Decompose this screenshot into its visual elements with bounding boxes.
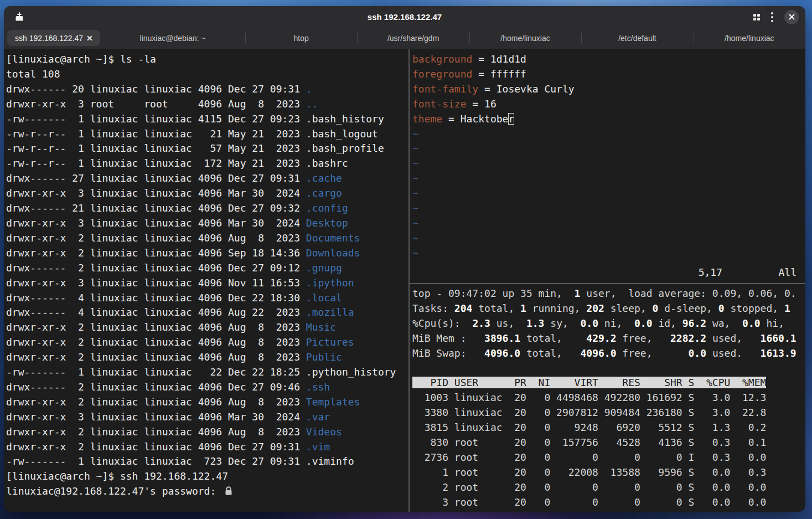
process-row: 3380 linuxiac 20 0 2907812 909484 236180… bbox=[412, 405, 805, 420]
terminal-line: [linuxiac@arch ~]$ ssh 192.168.122.47 bbox=[6, 469, 408, 484]
process-row: 1 root 20 0 22008 13588 9596 S 0.0 0.3 bbox=[412, 465, 805, 480]
terminal-line: drwx------ 2 linuxiac linuxiac 4096 Dec … bbox=[6, 380, 408, 395]
tab-label: /etc/default bbox=[618, 34, 656, 43]
top-summary-line: MiB Swap: 4096.0 total, 4096.0 free, 0.0… bbox=[412, 346, 805, 361]
close-icon bbox=[789, 14, 795, 20]
process-row: 2736 root 20 0 0 0 0 I 0.3 0.0 bbox=[412, 450, 805, 465]
menu-button[interactable] bbox=[771, 12, 773, 22]
tab[interactable]: /home/linuxiac bbox=[469, 28, 581, 49]
tab[interactable]: /etc/default bbox=[581, 28, 693, 49]
menu-kebab-icon bbox=[771, 12, 773, 22]
terminal-line: -rw-r--r-- 1 linuxiac linuxiac 21 May 21… bbox=[6, 127, 408, 142]
tab[interactable]: linuxiac@debian: ~ bbox=[100, 28, 245, 49]
vim-tilde-line: ~ bbox=[412, 246, 805, 261]
tab-label: /home/linuxiac bbox=[725, 34, 774, 43]
process-table-header: PID USER PR NI VIRT RES SHR S %CPU %MEM bbox=[412, 376, 805, 390]
vim-tilde-line: ~ bbox=[412, 231, 805, 246]
tab-overview-button[interactable] bbox=[753, 14, 760, 20]
vim-tilde-line: ~ bbox=[412, 171, 805, 186]
tab-label: /usr/share/gdm bbox=[387, 34, 439, 43]
terminal-line: drwxr-xr-x 2 linuxiac linuxiac 4096 Dec … bbox=[6, 440, 408, 455]
terminal-line: total 108 bbox=[6, 67, 408, 82]
vim-tilde-line: ~ bbox=[412, 127, 805, 142]
tab[interactable]: /usr/share/gdm bbox=[357, 28, 469, 49]
config-line: font-family = Iosevka Curly bbox=[412, 82, 805, 97]
terminal-line: drwxr-xr-x 2 linuxiac linuxiac 4096 Aug … bbox=[6, 350, 408, 365]
config-line: theme = Hacktober bbox=[412, 112, 805, 127]
config-line: background = 1d1d1d bbox=[412, 52, 805, 67]
config-line: font-size = 16 bbox=[412, 97, 805, 112]
right-column: background = 1d1d1dforeground = fffffffo… bbox=[408, 49, 805, 512]
terminal-line: drwxr-xr-x 2 linuxiac linuxiac 4096 Aug … bbox=[6, 320, 408, 335]
terminal-content: [linuxiac@arch ~]$ ls -latotal 108drwx--… bbox=[4, 49, 805, 512]
terminal-line: -rw-r--r-- 1 linuxiac linuxiac 172 May 2… bbox=[6, 156, 408, 171]
terminal-line: -rw-r--r-- 1 linuxiac linuxiac 57 May 21… bbox=[6, 141, 408, 156]
vim-tilde-line: ~ bbox=[412, 201, 805, 216]
tab-active[interactable]: ssh 192.168.122.47✕ bbox=[7, 30, 100, 46]
top-summary-line: Tasks: 204 total, 1 running, 202 sleep, … bbox=[412, 301, 805, 316]
tab-label: htop bbox=[294, 34, 309, 43]
vim-status-line: 5,17 All bbox=[410, 266, 805, 281]
terminal-line: drwx------ 27 linuxiac linuxiac 4096 Dec… bbox=[6, 171, 408, 186]
terminal-line: drwx------ 21 linuxiac linuxiac 4096 Dec… bbox=[6, 201, 408, 216]
tab[interactable]: /home/linuxiac bbox=[694, 28, 805, 49]
close-button[interactable] bbox=[784, 10, 799, 24]
top-summary-line: top - 09:47:02 up 35 min, 1 user, load a… bbox=[412, 286, 805, 301]
top-summary-line: MiB Mem : 3896.1 total, 429.2 free, 2282… bbox=[412, 331, 805, 346]
tab-label: linuxiac@debian: ~ bbox=[140, 34, 206, 43]
vim-tilde-line: ~ bbox=[412, 186, 805, 201]
terminal-line: drwxr-xr-x 2 linuxiac linuxiac 4096 Aug … bbox=[6, 425, 408, 440]
terminal-line: drwxr-xr-x 3 linuxiac linuxiac 4096 Mar … bbox=[6, 216, 408, 231]
process-row: 3815 linuxiac 20 0 9248 6920 5512 S 1.3 … bbox=[412, 420, 805, 435]
terminal-line: -rw------- 1 linuxiac linuxiac 22 Dec 22… bbox=[6, 365, 408, 380]
terminal-line: drwxr-xr-x 2 linuxiac linuxiac 4096 Aug … bbox=[6, 395, 408, 410]
tab-label: /home/linuxiac bbox=[500, 34, 550, 43]
process-row: 1003 linuxiac 20 0 4498468 492280 161692… bbox=[412, 390, 805, 405]
terminal-line: drwxr-xr-x 3 linuxiac linuxiac 4096 Nov … bbox=[6, 276, 408, 291]
terminal-pane-ssh[interactable]: [linuxiac@arch ~]$ ls -latotal 108drwx--… bbox=[4, 49, 408, 512]
new-tab-button[interactable] bbox=[13, 11, 26, 24]
vim-tilde-line: ~ bbox=[412, 216, 805, 231]
vim-scroll-position: All bbox=[778, 266, 797, 278]
window-title: ssh 192.168.122.47 bbox=[4, 12, 805, 22]
vim-cursor: r bbox=[508, 113, 514, 125]
vim-tilde-line: ~ bbox=[412, 141, 805, 156]
tab-label: ssh 192.168.122.47 bbox=[15, 34, 83, 43]
tab-overview-icon bbox=[753, 14, 760, 20]
terminal-line: drwxr-xr-x 3 linuxiac linuxiac 4096 Mar … bbox=[6, 186, 408, 201]
tab-bar: ssh 192.168.122.47✕linuxiac@debian: ~hto… bbox=[4, 28, 805, 49]
terminal-line: drwxr-xr-x 3 linuxiac linuxiac 4096 Mar … bbox=[6, 410, 408, 425]
terminal-line: drwx------ 4 linuxiac linuxiac 4096 Dec … bbox=[6, 291, 408, 306]
vim-config-pane[interactable]: background = 1d1d1dforeground = fffffffo… bbox=[410, 49, 805, 283]
terminal-line: drwxr-xr-x 2 linuxiac linuxiac 4096 Aug … bbox=[6, 335, 408, 350]
titlebar: ssh 192.168.122.47 bbox=[4, 6, 805, 28]
vim-tilde-line: ~ bbox=[412, 156, 805, 171]
new-tab-icon bbox=[14, 12, 24, 22]
terminal-line: drwxr-xr-x 3 root root 4096 Aug 8 2023 .… bbox=[6, 97, 408, 112]
terminal-line: -rw------- 1 linuxiac linuxiac 723 Dec 2… bbox=[6, 454, 408, 469]
top-summary-line: %Cpu(s): 2.3 us, 1.3 sy, 0.0 ni, 0.0 id,… bbox=[412, 316, 805, 331]
terminal-line: drwx------ 20 linuxiac linuxiac 4096 Dec… bbox=[6, 82, 408, 97]
process-row: 830 root 20 0 157756 4528 4136 S 0.3 0.1 bbox=[412, 435, 805, 450]
blank-line bbox=[412, 361, 805, 376]
tab[interactable]: htop bbox=[245, 28, 357, 49]
terminal-window: ssh 192.168.122.47 ssh 192.168.122.47✕li… bbox=[4, 6, 805, 512]
terminal-line: drwx------ 2 linuxiac linuxiac 4096 Dec … bbox=[6, 261, 408, 276]
terminal-line: drwx------ 4 linuxiac linuxiac 4096 Aug … bbox=[6, 305, 408, 320]
terminal-line: [linuxiac@arch ~]$ ls -la bbox=[6, 52, 408, 67]
vim-buffer: background = 1d1d1dforeground = fffffffo… bbox=[412, 52, 805, 261]
terminal-line: drwxr-xr-x 2 linuxiac linuxiac 4096 Aug … bbox=[6, 231, 408, 246]
tab-close-icon[interactable]: ✕ bbox=[86, 34, 93, 43]
top-monitor-pane[interactable]: top - 09:47:02 up 35 min, 1 user, load a… bbox=[410, 284, 805, 512]
terminal-line: linuxiac@192.168.122.47's password: bbox=[6, 484, 408, 499]
process-row: 2 root 20 0 0 0 0 S 0.0 0.0 bbox=[412, 480, 805, 495]
terminal-line: -rw------- 1 linuxiac linuxiac 4115 Dec … bbox=[6, 112, 408, 127]
password-lock-icon bbox=[224, 486, 233, 496]
config-line: foreground = ffffff bbox=[412, 67, 805, 82]
terminal-line: drwxr-xr-x 2 linuxiac linuxiac 4096 Sep … bbox=[6, 246, 408, 261]
process-row: 3 root 20 0 0 0 0 S 0.0 0.0 bbox=[412, 495, 805, 510]
vim-ruler: 5,17 bbox=[699, 266, 722, 278]
